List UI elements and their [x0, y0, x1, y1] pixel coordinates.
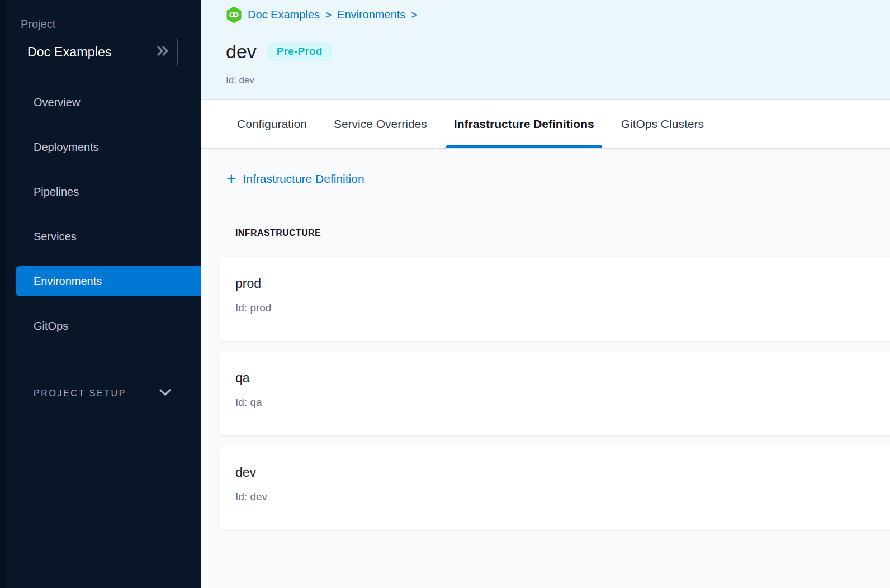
- infrastructure-id: Id: dev: [235, 491, 890, 503]
- environment-type-badge: Pre-Prod: [266, 42, 333, 61]
- infrastructure-name: qa: [235, 371, 890, 386]
- sidebar: Project Doc Examples Overview Deployment…: [0, 0, 201, 588]
- tab-label: Infrastructure Definitions: [454, 117, 594, 131]
- environments-module-icon: [226, 7, 242, 23]
- project-setup-label: PROJECT SETUP: [34, 388, 126, 399]
- infrastructure-section-heading: INFRASTRUCTURE: [235, 228, 890, 238]
- content-divider: [219, 205, 890, 205]
- infrastructure-name: dev: [235, 465, 890, 480]
- add-infrastructure-definition-button[interactable]: + Infrastructure Definition: [226, 172, 364, 186]
- project-label: Project: [21, 18, 55, 31]
- infrastructure-id: Id: prod: [235, 302, 890, 314]
- infrastructure-card-qa[interactable]: qa Id: qa: [219, 351, 890, 435]
- infrastructure-card-list: prod Id: prod qa Id: qa dev Id: dev: [219, 257, 890, 530]
- main-area: Doc Examples > Environments > dev Pre-Pr…: [201, 0, 890, 588]
- double-chevron-right-icon[interactable]: [156, 45, 171, 59]
- sidebar-left-strip: [0, 0, 6, 588]
- plus-icon: +: [226, 172, 236, 186]
- tab-label: Configuration: [237, 117, 307, 131]
- tab-service-overrides[interactable]: Service Overrides: [334, 100, 427, 148]
- breadcrumb-link-project[interactable]: Doc Examples: [248, 8, 320, 21]
- sidebar-item-label: Services: [34, 230, 77, 243]
- tab-gitops-clusters[interactable]: GitOps Clusters: [621, 100, 704, 148]
- project-selector-value: Doc Examples: [27, 45, 112, 60]
- sidebar-item-label: Deployments: [34, 141, 99, 154]
- active-tab-underline: [446, 145, 602, 148]
- infrastructure-name: prod: [235, 276, 890, 291]
- sidebar-item-label: Environments: [34, 275, 102, 288]
- breadcrumb-link-environments[interactable]: Environments: [337, 8, 405, 21]
- sidebar-item-overview[interactable]: Overview: [16, 87, 201, 117]
- breadcrumb-separator: >: [325, 9, 332, 21]
- sidebar-item-services[interactable]: Services: [16, 221, 201, 252]
- add-button-label: Infrastructure Definition: [243, 172, 364, 186]
- sidebar-item-deployments[interactable]: Deployments: [16, 132, 201, 162]
- sidebar-item-gitops[interactable]: GitOps: [16, 311, 201, 341]
- sidebar-divider: [34, 363, 173, 363]
- infrastructure-id: Id: qa: [235, 396, 890, 409]
- infrastructure-card-prod[interactable]: prod Id: prod: [219, 257, 890, 341]
- breadcrumb: Doc Examples > Environments >: [226, 7, 890, 23]
- infrastructure-card-dev[interactable]: dev Id: dev: [219, 445, 890, 530]
- breadcrumb-separator: >: [411, 9, 417, 21]
- project-selector[interactable]: Doc Examples: [21, 39, 178, 65]
- tab-label: GitOps Clusters: [621, 117, 704, 131]
- sidebar-item-pipelines[interactable]: Pipelines: [16, 177, 201, 207]
- sidebar-item-label: GitOps: [34, 320, 68, 333]
- sidebar-nav: Overview Deployments Pipelines Services …: [16, 87, 201, 355]
- chevron-down-icon: [158, 388, 172, 399]
- sidebar-item-label: Pipelines: [34, 186, 79, 198]
- tab-configuration[interactable]: Configuration: [237, 100, 307, 148]
- tab-content: + Infrastructure Definition INFRASTRUCTU…: [201, 149, 890, 588]
- page-header: Doc Examples > Environments > dev Pre-Pr…: [201, 0, 890, 100]
- project-setup-toggle[interactable]: PROJECT SETUP: [34, 386, 172, 401]
- tab-label: Service Overrides: [334, 117, 427, 131]
- page-title: dev: [226, 41, 257, 63]
- page-subtitle: Id: dev: [226, 75, 254, 86]
- sidebar-item-environments[interactable]: Environments: [16, 266, 201, 296]
- title-row: dev Pre-Prod: [226, 41, 333, 63]
- sidebar-item-label: Overview: [34, 96, 80, 109]
- tab-bar: Configuration Service Overrides Infrastr…: [201, 100, 890, 149]
- tab-infrastructure-definitions[interactable]: Infrastructure Definitions: [454, 100, 594, 148]
